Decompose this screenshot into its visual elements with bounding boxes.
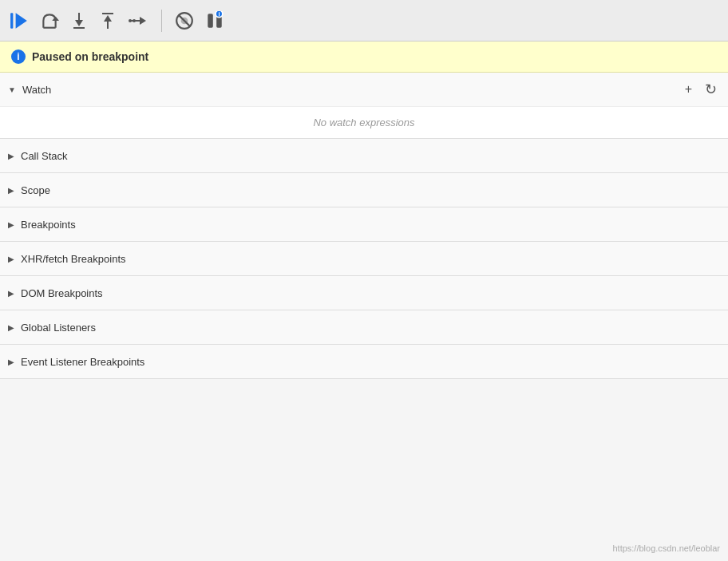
section-header-call-stack[interactable]: ▶Call Stack (0, 139, 728, 172)
svg-point-14 (129, 19, 132, 22)
section-dom-breakpoints: ▶DOM Breakpoints (0, 276, 728, 310)
section-title-global-listeners: Global Listeners (21, 322, 96, 334)
svg-text:i: i (218, 11, 220, 18)
toolbar-separator (161, 10, 162, 32)
info-icon: i (11, 49, 26, 64)
watch-arrow-down: ▼ (8, 85, 16, 94)
svg-point-15 (133, 19, 136, 22)
section-global-listeners: ▶Global Listeners (0, 310, 728, 345)
section-arrow-global-listeners: ▶ (8, 323, 14, 332)
watch-section-title: Watch (22, 84, 51, 96)
step-button[interactable] (126, 10, 150, 31)
section-scope: ▶Scope (0, 173, 728, 207)
step-into-button[interactable] (69, 10, 89, 31)
section-arrow-scope: ▶ (8, 186, 14, 195)
section-header-breakpoints[interactable]: ▶Breakpoints (0, 207, 728, 241)
watch-content: No watch expressions (0, 106, 728, 138)
svg-marker-1 (16, 13, 27, 29)
section-header-xhr-fetch-breakpoints[interactable]: ▶XHR/fetch Breakpoints (0, 242, 728, 275)
paused-banner: i Paused on breakpoint (0, 41, 728, 73)
watch-add-button[interactable]: + (682, 81, 695, 97)
section-breakpoints: ▶Breakpoints (0, 207, 728, 242)
watch-refresh-button[interactable]: ↻ (702, 81, 720, 98)
svg-marker-13 (140, 17, 146, 25)
section-arrow-dom-breakpoints: ▶ (8, 289, 14, 298)
svg-marker-10 (104, 15, 112, 22)
pause-on-exceptions-button[interactable]: i (204, 10, 226, 32)
debugger-panel: i i Paused on breakpoint ▼ Watch + ↻ No … (0, 0, 728, 561)
section-arrow-breakpoints: ▶ (8, 220, 14, 229)
watermark: https://blog.csdn.net/leoblar (612, 543, 720, 553)
section-header-global-listeners[interactable]: ▶Global Listeners (0, 310, 728, 344)
svg-marker-2 (52, 16, 59, 20)
section-title-dom-breakpoints: DOM Breakpoints (21, 287, 103, 299)
section-xhr-fetch-breakpoints: ▶XHR/fetch Breakpoints (0, 242, 728, 276)
resume-button[interactable] (8, 10, 30, 32)
step-out-button[interactable] (97, 10, 118, 31)
watch-section-header[interactable]: ▼ Watch + ↻ (0, 73, 728, 106)
svg-marker-7 (75, 20, 83, 26)
watch-empty-text: No watch expressions (313, 117, 414, 128)
toolbar: i (0, 0, 728, 41)
svg-rect-0 (10, 13, 13, 29)
sections-container: ▶Call Stack▶Scope▶Breakpoints▶XHR/fetch … (0, 139, 728, 379)
section-title-call-stack: Call Stack (21, 150, 68, 162)
watch-section: ▼ Watch + ↻ No watch expressions (0, 73, 728, 139)
section-title-xhr-fetch-breakpoints: XHR/fetch Breakpoints (21, 253, 126, 265)
deactivate-breakpoints-button[interactable] (173, 10, 196, 32)
section-title-scope: Scope (21, 184, 50, 196)
section-title-breakpoints: Breakpoints (21, 219, 76, 231)
svg-rect-19 (208, 14, 213, 27)
section-arrow-xhr-fetch-breakpoints: ▶ (8, 255, 14, 263)
section-call-stack: ▶Call Stack (0, 139, 728, 173)
paused-text: Paused on breakpoint (32, 50, 148, 63)
section-header-dom-breakpoints[interactable]: ▶DOM Breakpoints (0, 276, 728, 310)
section-header-event-listener-breakpoints[interactable]: ▶Event Listener Breakpoints (0, 345, 728, 378)
step-over-button[interactable] (38, 10, 61, 32)
section-arrow-call-stack: ▶ (8, 152, 14, 160)
section-arrow-event-listener-breakpoints: ▶ (8, 358, 14, 366)
section-title-event-listener-breakpoints: Event Listener Breakpoints (21, 356, 144, 368)
section-event-listener-breakpoints: ▶Event Listener Breakpoints (0, 345, 728, 379)
svg-point-18 (181, 17, 188, 24)
section-header-scope[interactable]: ▶Scope (0, 173, 728, 207)
content-area: https://blog.csdn.net/leoblar (0, 379, 728, 561)
watch-section-actions: + ↻ (682, 81, 720, 98)
